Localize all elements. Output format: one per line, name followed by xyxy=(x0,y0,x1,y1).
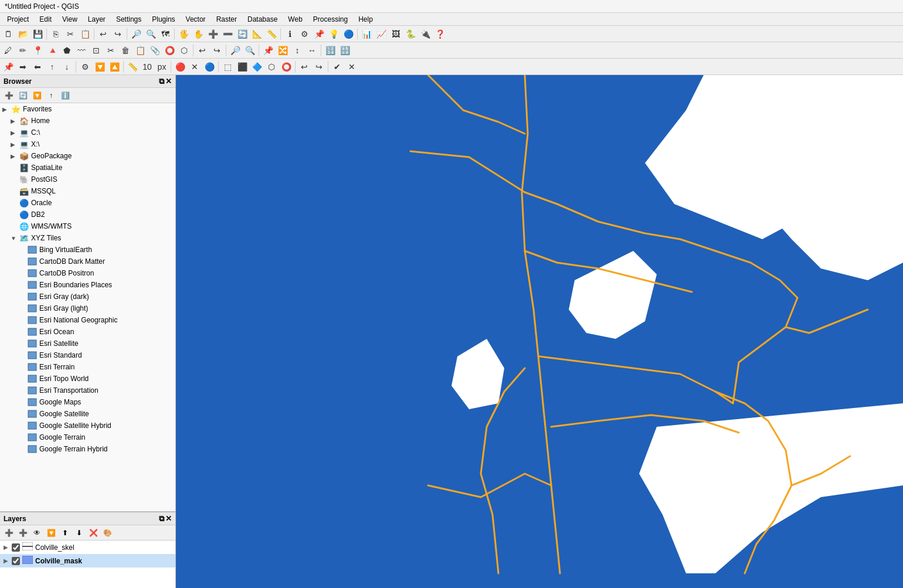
browser-close-icon[interactable]: ✕ xyxy=(165,77,172,86)
toolbar-btn-17[interactable]: ➕ xyxy=(206,27,220,41)
toolbar-btn-11[interactable]: ⭕ xyxy=(162,43,176,57)
browser-tree-item[interactable]: ▶📦GeoPackage xyxy=(0,150,175,162)
browser-float-icon[interactable]: ⧉ xyxy=(159,77,164,86)
toolbar-btn-7[interactable]: 🔽 xyxy=(93,60,107,74)
browser-tree-item[interactable]: Google Satellite Hybrid xyxy=(0,420,175,431)
browser-tree-item[interactable]: Esri Transportation xyxy=(0,385,175,396)
browser-tree-item[interactable]: ▶⭐Favorites xyxy=(0,103,175,115)
layer-item[interactable]: ▶Colville_mask xyxy=(0,554,175,567)
browser-tree-item[interactable]: ▶💻X:\ xyxy=(0,138,175,150)
toolbar-btn-19[interactable]: ⬛ xyxy=(235,60,249,74)
toolbar-btn-4[interactable]: ↓ xyxy=(60,60,74,74)
toolbar-btn-29[interactable]: 📊 xyxy=(359,27,374,41)
browser-tree-item[interactable]: Google Satellite xyxy=(0,408,175,420)
toolbar-btn-22[interactable]: ↕ xyxy=(290,43,304,57)
browser-tool-0[interactable]: ➕ xyxy=(2,90,15,101)
browser-tree-item[interactable]: CartoDB Dark Matter xyxy=(0,256,175,267)
toolbar-btn-28[interactable]: ✕ xyxy=(345,60,359,74)
toolbar-btn-5[interactable]: 〰 xyxy=(74,43,89,57)
toolbar-btn-5[interactable]: ✂ xyxy=(63,27,77,41)
toolbar-btn-23[interactable]: ℹ xyxy=(283,27,297,41)
menu-item-plugins[interactable]: Plugins xyxy=(147,14,179,25)
toolbar-btn-2[interactable]: ⬅ xyxy=(30,60,45,74)
toolbar-btn-15[interactable]: ✕ xyxy=(188,60,202,74)
toolbar-btn-17[interactable]: 🔎 xyxy=(228,43,242,57)
browser-tree-item[interactable]: 🐘PostGIS xyxy=(0,174,175,185)
toolbar-btn-8[interactable]: 🗑 xyxy=(118,43,133,57)
layers-float-icon[interactable]: ⧉ xyxy=(159,514,164,524)
browser-tree[interactable]: ▶⭐Favorites▶🏠Home▶💻C:\▶💻X:\▶📦GeoPackage🗄… xyxy=(0,103,175,511)
browser-tree-item[interactable]: Google Terrain Hybrid xyxy=(0,443,175,455)
toolbar-btn-12[interactable]: 🔍 xyxy=(144,27,158,41)
toolbar-btn-25[interactable]: ↪ xyxy=(312,60,326,74)
toolbar-btn-2[interactable]: 📍 xyxy=(30,43,45,57)
browser-tree-item[interactable]: Esri National Geographic xyxy=(0,314,175,326)
toolbar-btn-20[interactable]: 🔷 xyxy=(250,60,264,74)
toolbar-btn-6[interactable]: 📋 xyxy=(78,27,92,41)
layers-tool-2[interactable]: 👁 xyxy=(30,527,43,539)
toolbar-btn-20[interactable]: 📐 xyxy=(250,27,264,41)
toolbar-btn-31[interactable]: 🖼 xyxy=(389,27,403,41)
toolbar-btn-30[interactable]: 📈 xyxy=(374,27,388,41)
menu-item-raster[interactable]: Raster xyxy=(212,14,242,25)
menu-item-help[interactable]: Help xyxy=(354,14,378,25)
toolbar-btn-27[interactable]: ✔ xyxy=(330,60,344,74)
menu-item-project[interactable]: Project xyxy=(2,14,33,25)
toolbar-btn-33[interactable]: 🔌 xyxy=(418,27,432,41)
layers-tool-6[interactable]: ❌ xyxy=(87,527,100,539)
toolbar-btn-0[interactable]: 📌 xyxy=(1,60,15,74)
toolbar-btn-8[interactable]: 🔼 xyxy=(107,60,121,74)
toolbar-btn-15[interactable]: 🖐 xyxy=(176,27,191,41)
toolbar-btn-11[interactable]: 🔎 xyxy=(129,27,143,41)
browser-tree-item[interactable]: Esri Terrain xyxy=(0,361,175,373)
toolbar-btn-6[interactable]: ⊡ xyxy=(89,43,103,57)
menu-item-vector[interactable]: Vector xyxy=(181,14,211,25)
toolbar-btn-9[interactable]: ↪ xyxy=(111,27,125,41)
toolbar-btn-3[interactable]: 🔺 xyxy=(45,43,59,57)
toolbar-btn-18[interactable]: ➖ xyxy=(220,27,235,41)
map-area[interactable] xyxy=(176,75,903,588)
toolbar-btn-18[interactable]: ⬚ xyxy=(220,60,235,74)
menu-item-view[interactable]: View xyxy=(57,14,82,25)
toolbar-btn-9[interactable]: 📋 xyxy=(133,43,147,57)
toolbar-btn-24[interactable]: ↩ xyxy=(297,60,311,74)
menu-item-web[interactable]: Web xyxy=(283,14,307,25)
menu-item-database[interactable]: Database xyxy=(243,14,282,25)
toolbar-btn-14[interactable]: 🔴 xyxy=(173,60,187,74)
toolbar-btn-24[interactable]: ⚙ xyxy=(297,27,311,41)
browser-tree-item[interactable]: Bing VirtualEarth xyxy=(0,244,175,256)
layers-tool-1[interactable]: ➕ xyxy=(16,527,29,539)
toolbar-btn-1[interactable]: 📂 xyxy=(16,27,30,41)
browser-tree-item[interactable]: Esri Satellite xyxy=(0,338,175,349)
layers-tool-4[interactable]: ⬆ xyxy=(59,527,72,539)
toolbar-btn-21[interactable]: 🔀 xyxy=(276,43,290,57)
browser-tree-item[interactable]: ▶🏠Home xyxy=(0,115,175,127)
menu-item-edit[interactable]: Edit xyxy=(35,14,56,25)
toolbar-btn-20[interactable]: 📌 xyxy=(261,43,275,57)
browser-tree-item[interactable]: CartoDB Positron xyxy=(0,267,175,279)
toolbar-btn-25[interactable]: 📌 xyxy=(312,27,326,41)
browser-tree-item[interactable]: ▼🗺️XYZ Tiles xyxy=(0,232,175,244)
toolbar-btn-15[interactable]: ↪ xyxy=(210,43,224,57)
layer-checkbox[interactable] xyxy=(12,557,20,565)
layer-checkbox[interactable] xyxy=(12,543,20,552)
toolbar-btn-1[interactable]: ✏ xyxy=(16,43,30,57)
layers-tool-3[interactable]: 🔽 xyxy=(45,527,57,539)
toolbar-btn-13[interactable]: 🗺 xyxy=(158,27,172,41)
toolbar-btn-2[interactable]: 💾 xyxy=(30,27,45,41)
toolbar-btn-11[interactable]: 10 xyxy=(140,60,154,74)
toolbar-btn-22[interactable]: ⭕ xyxy=(279,60,293,74)
toolbar-btn-25[interactable]: 🔢 xyxy=(323,43,337,57)
toolbar-btn-21[interactable]: 📏 xyxy=(264,27,279,41)
toolbar-btn-12[interactable]: px xyxy=(155,60,169,74)
menu-item-processing[interactable]: Processing xyxy=(308,14,352,25)
layers-tool-0[interactable]: ➕ xyxy=(2,527,15,539)
layer-item[interactable]: ▶Colville_skel xyxy=(0,541,175,554)
browser-tree-item[interactable]: Esri Topo World xyxy=(0,373,175,385)
toolbar-btn-7[interactable]: ✂ xyxy=(104,43,118,57)
browser-tree-item[interactable]: Esri Gray (light) xyxy=(0,303,175,314)
toolbar-btn-0[interactable]: 🗒 xyxy=(1,27,15,41)
toolbar-btn-16[interactable]: ✋ xyxy=(191,27,205,41)
toolbar-btn-23[interactable]: ↔ xyxy=(305,43,319,57)
toolbar-btn-34[interactable]: ❓ xyxy=(433,27,447,41)
